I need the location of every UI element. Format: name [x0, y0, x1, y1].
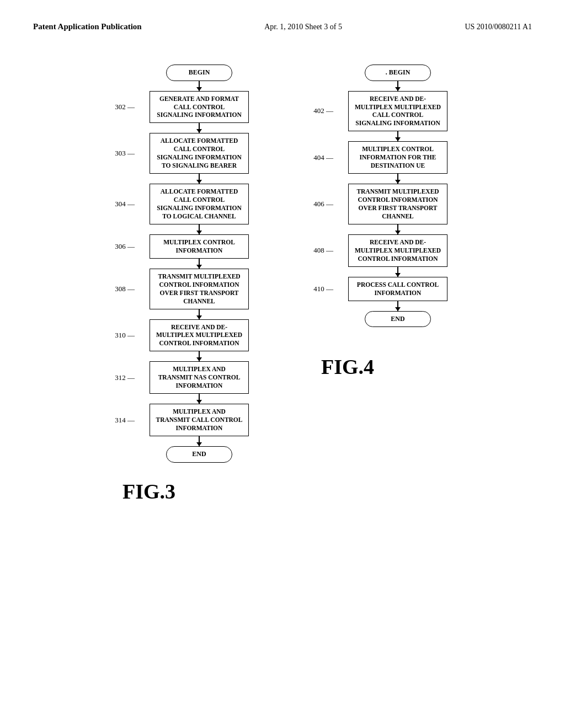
fig3-302-node: GENERATE AND FORMAT CALL CONTROL SIGNALI… [150, 91, 249, 124]
fig3-314-row: 314 — MULTIPLEX AND TRANSMIT CALL CONTRO… [106, 404, 260, 436]
fig3-end-node: END [166, 446, 232, 463]
fig3-310-row: 310 — RECEIVE AND DE-MULTIPLEX MULTIPLEX… [106, 319, 260, 352]
fig3-arrow4 [106, 259, 260, 269]
fig3-306-row: 306 — MULTIPLEX CONTROL INFORMATION [106, 234, 260, 259]
fig3-container: BEGIN 302 — GENERATE AND FORMAT CALL CON… [106, 65, 260, 504]
page: Patent Application Publication Apr. 1, 2… [0, 0, 565, 728]
fig4-container: . BEGIN 402 — RECEIVE AND DE-MULTIPLEX M… [305, 65, 459, 379]
fig3-312-row: 312 — MULTIPLEX AND TRANSMIT NAS CONTROL… [106, 361, 260, 394]
fig4-408-row: 408 — RECEIVE AND DE-MULTIPLEX MULTIPLEX… [305, 234, 459, 267]
fig3-label: FIG.3 [122, 479, 175, 504]
fig4-flowchart: . BEGIN 402 — RECEIVE AND DE-MULTIPLEX M… [305, 65, 459, 327]
fig3-308-row: 308 — TRANSMIT MULTIPLEXED CONTROL INFOR… [106, 269, 260, 309]
fig4-arrow5 [305, 301, 459, 311]
fig3-302-row: 302 — GENERATE AND FORMAT CALL CONTROL S… [106, 91, 260, 124]
fig3-arrow5 [106, 309, 260, 319]
fig4-410-row: 410 — PROCESS CALL CONTROL INFORMATION [305, 277, 459, 301]
fig4-406-node: TRANSMIT MULTIPLEXED CONTROL INFORMATION… [348, 184, 447, 224]
patent-number-label: US 2010/0080211 A1 [465, 23, 532, 31]
fig3-arrow8 [106, 436, 260, 446]
fig3-arrow0 [106, 81, 260, 91]
fig4-408-node: RECEIVE AND DE-MULTIPLEX MULTIPLEXED CON… [348, 234, 447, 267]
page-header: Patent Application Publication Apr. 1, 2… [33, 22, 532, 31]
fig3-begin-node: BEGIN [166, 65, 232, 81]
fig4-410-node: PROCESS CALL CONTROL INFORMATION [348, 277, 447, 301]
fig4-404-node: MULTIPLEX CONTROL INFORMATION FOR THE DE… [348, 141, 447, 174]
fig3-arrow2 [106, 174, 260, 184]
fig3-arrow6 [106, 351, 260, 361]
fig3-304-node: ALLOCATE FORMATTED CALL CONTROL SIGNALIN… [150, 184, 249, 224]
fig3-308-node: TRANSMIT MULTIPLEXED CONTROL INFORMATION… [150, 269, 249, 309]
fig4-arrow1 [305, 131, 459, 141]
fig3-flowchart: BEGIN 302 — GENERATE AND FORMAT CALL CON… [106, 65, 260, 463]
fig3-end-row: END [106, 446, 260, 463]
diagrams-container: BEGIN 302 — GENERATE AND FORMAT CALL CON… [33, 65, 532, 504]
publication-label: Patent Application Publication [33, 22, 142, 31]
fig4-arrow0 [305, 81, 459, 91]
fig4-406-row: 406 — TRANSMIT MULTIPLEXED CONTROL INFOR… [305, 184, 459, 224]
fig4-404-row: 404 — MULTIPLEX CONTROL INFORMATION FOR … [305, 141, 459, 174]
fig3-begin-row: BEGIN [106, 65, 260, 81]
fig3-314-node: MULTIPLEX AND TRANSMIT CALL CONTROL INFO… [150, 404, 249, 436]
fig4-402-node: RECEIVE AND DE-MULTIPLEX MULTIPLEXED CAL… [348, 91, 447, 132]
fig3-304-row: 304 — ALLOCATE FORMATTED CALL CONTROL SI… [106, 184, 260, 224]
fig4-begin-node: . BEGIN [365, 65, 431, 81]
fig3-312-node: MULTIPLEX AND TRANSMIT NAS CONTROL INFOR… [150, 361, 249, 394]
fig3-310-node: RECEIVE AND DE-MULTIPLEX MULTIPLEXED CON… [150, 319, 249, 352]
date-sheet-label: Apr. 1, 2010 Sheet 3 of 5 [264, 23, 342, 31]
fig4-label: FIG.4 [321, 355, 374, 379]
fig3-arrow1 [106, 123, 260, 133]
fig4-arrow2 [305, 174, 459, 184]
fig4-arrow3 [305, 224, 459, 234]
fig3-arrow7 [106, 394, 260, 404]
fig3-303-row: 303 — ALLOCATE FORMATTED CALL CONTROL SI… [106, 133, 260, 174]
fig4-end-row: END [305, 311, 459, 328]
fig4-402-row: 402 — RECEIVE AND DE-MULTIPLEX MULTIPLEX… [305, 91, 459, 132]
fig3-303-node: ALLOCATE FORMATTED CALL CONTROL SIGNALIN… [150, 133, 249, 174]
fig4-end-node: END [365, 311, 431, 328]
fig4-begin-row: . BEGIN [305, 65, 459, 81]
fig4-arrow4 [305, 267, 459, 277]
fig3-306-node: MULTIPLEX CONTROL INFORMATION [150, 234, 249, 259]
fig3-arrow3 [106, 224, 260, 234]
